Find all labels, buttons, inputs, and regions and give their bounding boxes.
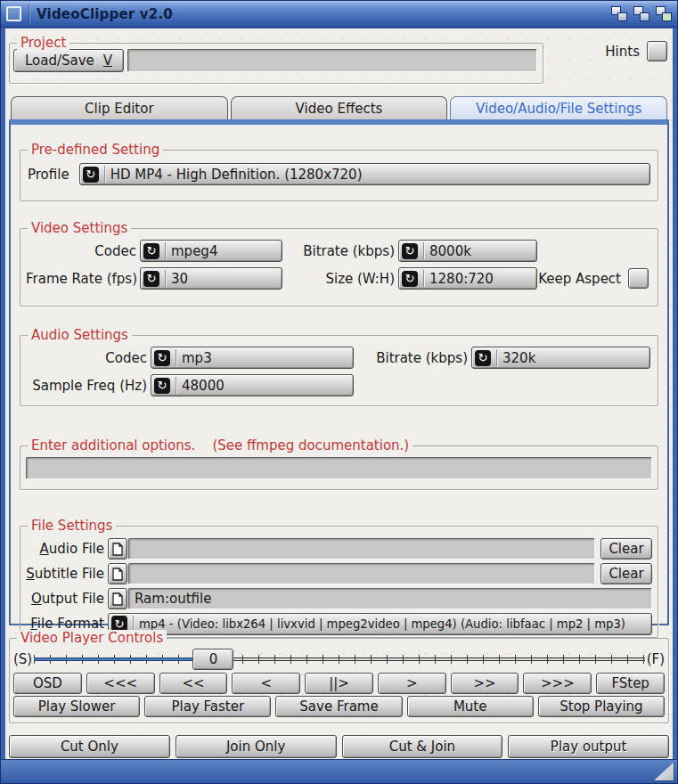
- titlebar-gadgets: [611, 6, 672, 21]
- titlebar-divider: [29, 4, 29, 24]
- video-codec-value: mpeg4: [171, 243, 217, 259]
- frame-rate-cycle[interactable]: ↻ 30: [140, 267, 282, 290]
- iconify-icon[interactable]: [611, 6, 627, 21]
- file-format-cycle[interactable]: ↻ mp4 - (Video: libx264 | livxvid | mpeg…: [108, 613, 652, 635]
- play-slower-button[interactable]: Play Slower: [13, 696, 140, 717]
- seek-forward-medium-button[interactable]: >>: [451, 673, 519, 694]
- seek-back-large-button[interactable]: <<<: [86, 673, 155, 694]
- cycle-icon: ↻: [154, 350, 170, 366]
- file-settings-label: File Settings: [28, 518, 116, 535]
- cycle-icon: ↻: [143, 271, 159, 287]
- keep-aspect-wrap: Keep Aspect: [537, 268, 650, 289]
- audio-bitrate-label: Bitrate (kbps): [355, 350, 471, 366]
- hints-checkbox[interactable]: [647, 41, 667, 61]
- seek-forward-small-button[interactable]: >: [378, 673, 446, 694]
- video-codec-cycle[interactable]: ↻ mpeg4: [140, 240, 282, 262]
- osd-button[interactable]: OSD: [13, 673, 82, 694]
- load-save-shortcut: V: [103, 53, 112, 69]
- frame-rate-label: Frame Rate (fps): [26, 271, 140, 287]
- audio-file-input[interactable]: [128, 538, 595, 559]
- frame-rate-value: 30: [171, 271, 188, 287]
- profile-value: HD MP4 - High Definition. (1280x720): [110, 167, 363, 183]
- subtitle-file-input[interactable]: [128, 563, 595, 584]
- load-save-button[interactable]: Load/Save V: [13, 49, 124, 72]
- output-file-picker-button[interactable]: [108, 588, 127, 609]
- keep-aspect-checkbox[interactable]: [628, 268, 649, 289]
- file-settings-group: File Settings Audio File Clear Subtitle …: [20, 526, 658, 638]
- hints-label: Hints: [605, 44, 640, 60]
- additional-options-input[interactable]: [26, 457, 652, 479]
- depth-icon[interactable]: [656, 6, 672, 21]
- audio-settings-group: Audio Settings Codec ↻ mp3 Bitrate (kbps…: [20, 335, 658, 406]
- audio-codec-value: mp3: [182, 350, 212, 366]
- save-frame-button[interactable]: Save Frame: [275, 696, 402, 717]
- join-only-button[interactable]: Join Only: [176, 735, 337, 758]
- video-codec-label: Codec: [26, 243, 140, 259]
- subtitle-file-clear-button[interactable]: Clear: [600, 563, 652, 584]
- cut-only-button[interactable]: Cut Only: [9, 735, 170, 758]
- sample-freq-cycle[interactable]: ↻ 48000: [151, 374, 354, 396]
- keep-aspect-label: Keep Aspect: [538, 271, 621, 287]
- close-icon[interactable]: [6, 6, 21, 21]
- project-row: Project Load/Save V Hints: [9, 43, 669, 84]
- transport-row: OSD <<< << < ||> > >> >>> FStep: [13, 673, 665, 694]
- audio-settings-label: Audio Settings: [28, 327, 132, 344]
- tab-video-effects[interactable]: Video Effects: [231, 96, 448, 119]
- window-content: Project Load/Save V Hints Clip Editor Vi…: [5, 29, 673, 759]
- project-group: Project Load/Save V: [9, 43, 543, 84]
- slider-knob[interactable]: 0: [192, 649, 233, 670]
- zoom-icon[interactable]: [633, 6, 649, 21]
- tab-video-audio-file-settings[interactable]: Video/Audio/File Settings: [450, 96, 667, 119]
- play-faster-button[interactable]: Play Faster: [144, 696, 271, 717]
- mute-button[interactable]: Mute: [407, 696, 534, 717]
- seek-slider-row: (S) 0 (F): [13, 648, 665, 671]
- predefined-setting-label: Pre-defined Setting: [28, 142, 163, 159]
- output-file-input[interactable]: [128, 588, 652, 609]
- slider-end-label: (F): [647, 651, 665, 667]
- titlebar[interactable]: VideoClipper v2.0: [1, 1, 677, 28]
- file-format-value: mp4 - (Video: libx264 | livxvid | mpeg2v…: [139, 617, 625, 631]
- play-pause-button[interactable]: ||>: [305, 673, 373, 694]
- size-label: Size (W:H): [282, 271, 398, 287]
- additional-options-group: Enter additional options. (See ffmpeg do…: [20, 445, 658, 490]
- slider-start-label: (S): [13, 651, 32, 667]
- resize-icon[interactable]: [653, 762, 674, 781]
- cycle-icon: ↻: [402, 271, 418, 287]
- video-settings-group: Video Settings Codec ↻ mpeg4 Bitrate (kb…: [20, 228, 658, 306]
- tab-clip-editor[interactable]: Clip Editor: [11, 96, 228, 119]
- project-file-input[interactable]: [127, 49, 537, 72]
- seek-forward-large-button[interactable]: >>>: [523, 673, 592, 694]
- video-player-controls-label: Video Player Controls: [17, 630, 167, 647]
- audio-codec-cycle[interactable]: ↻ mp3: [151, 347, 354, 369]
- seek-back-medium-button[interactable]: <<: [159, 673, 228, 694]
- seek-back-small-button[interactable]: <: [232, 673, 300, 694]
- actions-row: Cut Only Join Only Cut & Join Play outpu…: [9, 735, 669, 758]
- video-settings-label: Video Settings: [28, 220, 131, 237]
- project-group-label: Project: [17, 35, 69, 52]
- file-icon: [112, 543, 123, 556]
- stop-playing-button[interactable]: Stop Playing: [538, 696, 665, 717]
- video-player-controls-group: Video Player Controls (S) 0 (F) OSD <<< …: [9, 638, 669, 723]
- fstep-button[interactable]: FStep: [596, 673, 665, 694]
- tab-bar: Clip Editor Video Effects Video/Audio/Fi…: [9, 96, 669, 119]
- file-icon: [112, 568, 123, 581]
- sample-freq-label: Sample Freq (Hz): [26, 378, 151, 394]
- cut-and-join-button[interactable]: Cut & Join: [342, 735, 503, 758]
- settings-panel: Pre-defined Setting Profile ↻ HD MP4 - H…: [9, 119, 669, 625]
- audio-codec-label: Codec: [26, 350, 151, 366]
- cycle-icon: ↻: [402, 243, 418, 259]
- cycle-icon: ↻: [154, 378, 170, 394]
- audio-file-label: Audio File: [22, 541, 108, 557]
- cycle-icon: ↻: [143, 243, 159, 259]
- seek-slider[interactable]: 0: [34, 648, 644, 671]
- cycle-icon: ↻: [83, 167, 99, 183]
- additional-options-label: Enter additional options. (See ffmpeg do…: [28, 437, 413, 454]
- audio-file-clear-button[interactable]: Clear: [600, 538, 652, 559]
- subtitle-file-picker-button[interactable]: [108, 563, 127, 584]
- video-bitrate-cycle[interactable]: ↻ 8000k: [398, 240, 537, 262]
- profile-cycle[interactable]: ↻ HD MP4 - High Definition. (1280x720): [79, 163, 650, 185]
- size-cycle[interactable]: ↻ 1280:720: [398, 267, 537, 290]
- subtitle-file-label: Subtitle File: [22, 566, 108, 582]
- audio-bitrate-cycle[interactable]: ↻ 320k: [471, 347, 650, 369]
- audio-file-picker-button[interactable]: [108, 538, 127, 559]
